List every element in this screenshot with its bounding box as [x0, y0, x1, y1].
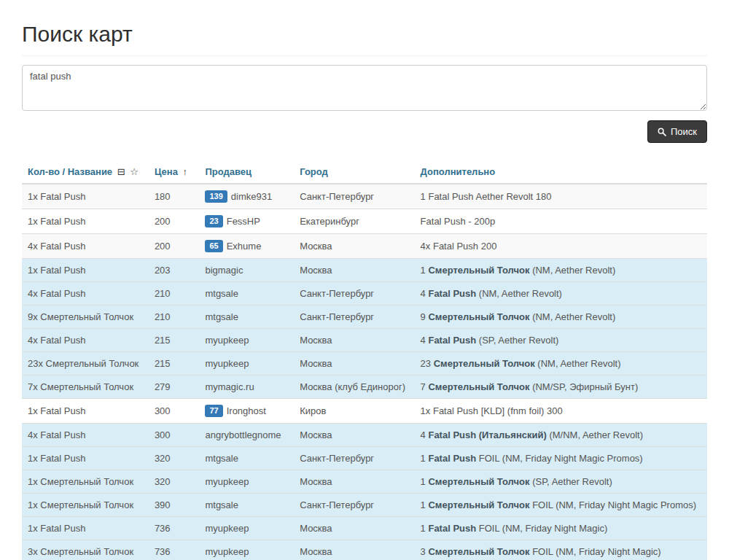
seller-name[interactable]: Exhume — [227, 241, 262, 252]
price-cell: 279 — [149, 376, 200, 399]
extra-card-name: Смертельный Толчок — [428, 476, 529, 487]
extra-prefix: 1 — [421, 476, 429, 487]
seller-header-label: Продавец — [205, 166, 252, 177]
seller-cell: myupkeep — [199, 540, 294, 560]
extra-suffix: (M/NM, Aether Revolt) — [547, 429, 643, 440]
col-header-seller[interactable]: Продавец — [199, 160, 294, 184]
city-cell: Москва (клуб Единорог) — [294, 376, 414, 399]
price-cell: 210 — [149, 282, 200, 306]
seller-name[interactable]: myupkeep — [205, 335, 249, 346]
table-row[interactable]: 4x Fatal Push 200 65Exhume Москва 4x Fat… — [22, 234, 707, 259]
qty-name-cell: 3x Смертельный Толчок — [22, 540, 149, 560]
table-row[interactable]: 4x Fatal Push 300 angrybottlegnome Москв… — [22, 424, 707, 447]
seller-name[interactable]: myupkeep — [205, 476, 249, 487]
seller-name[interactable]: myupkeep — [205, 546, 249, 557]
table-row[interactable]: 1x Fatal Push 300 77Ironghost Киров 1x F… — [22, 399, 707, 424]
price-cell: 320 — [149, 470, 200, 494]
page-container: Поиск карт fatal push Поиск — [0, 0, 729, 560]
star-icon[interactable]: ☆ — [130, 166, 139, 177]
table-row[interactable]: 4x Fatal Push 215 myupkeep Москва 4 Fata… — [22, 329, 707, 352]
seller-rating-badge: 65 — [205, 240, 222, 252]
price-cell: 180 — [149, 184, 200, 209]
qty-name-cell: 1x Fatal Push — [22, 447, 149, 470]
city-cell: Екатеринбург — [294, 209, 414, 234]
table-row[interactable]: 1x Fatal Push 320 mtgsale Санкт-Петербур… — [22, 447, 707, 470]
search-input[interactable]: fatal push — [22, 65, 707, 111]
extra-suffix: FOIL (NM, Friday Night Magic Promos) — [476, 453, 643, 464]
price-header-label: Цена — [155, 166, 178, 177]
extra-card-name: Fatal Push — [428, 335, 476, 346]
sort-asc-icon[interactable]: ↑ — [182, 166, 187, 177]
extra-suffix: (NM, Aether Revolt) — [530, 265, 616, 276]
table-row[interactable]: 9x Смертельный Толчок 210 mtgsale Санкт-… — [22, 306, 707, 329]
extra-card-name: Смертельный Толчок — [428, 546, 529, 557]
col-header-price[interactable]: Цена ↑ — [149, 160, 200, 184]
table-row[interactable]: 1x Fatal Push 203 bigmagic Москва 1 Смер… — [22, 259, 707, 282]
card-preview-icon[interactable]: ⊟ — [117, 166, 125, 177]
seller-name[interactable]: mtgsale — [205, 288, 238, 299]
table-row[interactable]: 23x Смертельный Толчок 215 myupkeep Моск… — [22, 352, 707, 376]
search-button[interactable]: Поиск — [647, 120, 707, 143]
seller-name[interactable]: myupkeep — [205, 358, 249, 369]
extra-cell: 9 Смертельный Толчок (NM, Aether Revolt) — [415, 306, 707, 329]
seller-rating-badge: 139 — [205, 190, 227, 203]
price-cell: 736 — [149, 517, 200, 540]
table-row[interactable]: 1x Смертельный Толчок 320 myupkeep Москв… — [22, 470, 707, 494]
qty-name-cell: 1x Смертельный Толчок — [22, 470, 149, 494]
qty-name-cell: 23x Смертельный Толчок — [22, 352, 149, 376]
seller-name[interactable]: mtgsale — [205, 453, 238, 464]
city-cell: Москва — [294, 259, 414, 282]
seller-name[interactable]: myupkeep — [205, 523, 249, 534]
qty-name-cell: 1x Fatal Push — [22, 259, 149, 282]
extra-cell: 3 Смертельный Толчок FOIL (NM, Friday Ni… — [415, 540, 707, 560]
table-row[interactable]: 1x Fatal Push 200 23FessHP Екатеринбург … — [22, 209, 707, 234]
table-row[interactable]: 1x Смертельный Толчок 390 mtgsale Санкт-… — [22, 494, 707, 517]
price-cell: 300 — [149, 399, 200, 424]
extra-suffix: FOIL (NM, Friday Night Magic) — [476, 523, 607, 534]
extra-cell: 1 Fatal Push Aether Revolt 180 — [415, 184, 707, 209]
extra-prefix: 1 — [421, 523, 429, 534]
search-actions: Поиск — [22, 120, 707, 143]
city-cell: Санкт-Петербург — [294, 447, 414, 470]
city-cell: Москва — [294, 517, 414, 540]
extra-prefix: 3 — [421, 546, 429, 557]
extra-cell: 1 Fatal Push FOIL (NM, Friday Night Magi… — [415, 517, 707, 540]
table-row[interactable]: 3x Смертельный Толчок 736 myupkeep Москв… — [22, 540, 707, 560]
extra-cell: Fatal Push - 200р — [415, 209, 707, 234]
seller-name[interactable]: mtgsale — [205, 499, 238, 510]
city-cell: Москва — [294, 540, 414, 560]
extra-prefix: 1 Fatal Push Aether Revolt 180 — [421, 191, 552, 202]
extra-header-label: Дополнительно — [421, 166, 496, 177]
seller-cell: 23FessHP — [199, 209, 294, 234]
extra-suffix: FOIL (NM, Friday Night Magic) — [530, 546, 661, 557]
city-cell: Москва — [294, 234, 414, 259]
seller-cell: myupkeep — [199, 329, 294, 352]
city-cell: Москва — [294, 470, 414, 494]
col-header-extra[interactable]: Дополнительно — [415, 160, 707, 184]
table-row[interactable]: 1x Fatal Push 736 myupkeep Москва 1 Fata… — [22, 517, 707, 540]
qty-name-header-label: Кол-во / Название — [28, 166, 112, 177]
city-cell: Санкт-Петербург — [294, 184, 414, 209]
seller-name[interactable]: mtgsale — [205, 311, 238, 322]
price-cell: 736 — [149, 540, 200, 560]
seller-cell: 77Ironghost — [199, 399, 294, 424]
extra-cell: 1x Fatal Push [KLD] (fnm foil) 300 — [415, 399, 707, 424]
col-header-qty-name[interactable]: Кол-во / Название ⊟ ☆ — [22, 160, 149, 184]
extra-prefix: 7 — [421, 381, 429, 392]
search-icon — [658, 128, 666, 136]
seller-cell: 65Exhume — [199, 234, 294, 259]
qty-name-cell: 4x Fatal Push — [22, 424, 149, 447]
seller-name[interactable]: mymagic.ru — [205, 381, 254, 392]
seller-cell: mtgsale — [199, 494, 294, 517]
extra-card-name: Смертельный Толчок — [428, 381, 529, 392]
extra-card-name: Fatal Push — [428, 523, 476, 534]
table-row[interactable]: 1x Fatal Push 180 139dimke931 Санкт-Пете… — [22, 184, 707, 209]
seller-name[interactable]: Ironghost — [227, 405, 266, 416]
seller-name[interactable]: dimke931 — [231, 191, 272, 202]
table-row[interactable]: 4x Fatal Push 210 mtgsale Санкт-Петербур… — [22, 282, 707, 306]
seller-name[interactable]: angrybottlegnome — [205, 429, 281, 440]
col-header-city[interactable]: Город — [294, 160, 414, 184]
seller-name[interactable]: bigmagic — [205, 265, 243, 276]
seller-name[interactable]: FessHP — [227, 216, 260, 227]
table-row[interactable]: 7x Смертельный Толчок 279 mymagic.ru Мос… — [22, 376, 707, 399]
